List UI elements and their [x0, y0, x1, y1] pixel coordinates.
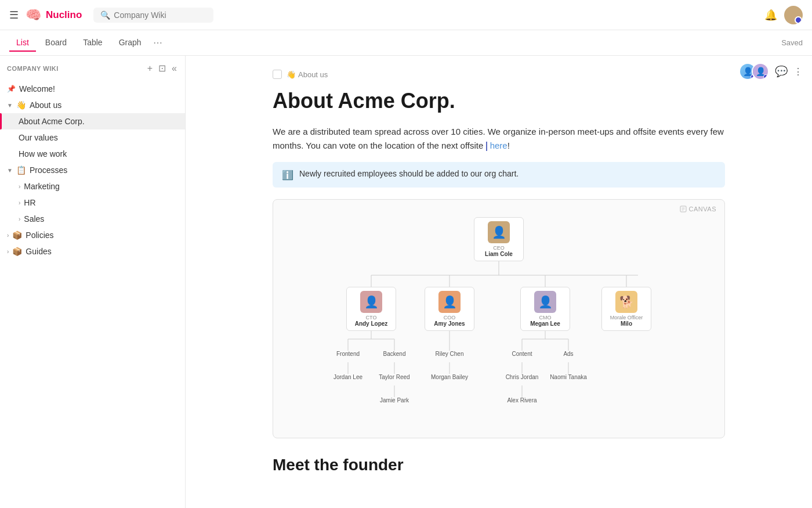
sidebar-item-guides[interactable]: › 📦 Guides — [0, 243, 185, 260]
sidebar-item-about-us[interactable]: ▼ 👋 About us — [0, 97, 185, 113]
sidebar-item-label: Our values — [19, 133, 58, 142]
content-leaf: Content — [502, 351, 542, 357]
jordan-lee-leaf: Jordan Lee — [328, 374, 368, 380]
cto-name: Andy Lopez — [355, 320, 388, 327]
chevron-right-icon: › — [7, 232, 9, 239]
text-cursor — [486, 142, 487, 151]
content-inner: 👋 About us About Acme Corp. We are a dis… — [249, 56, 748, 498]
tab-graph[interactable]: Graph — [112, 34, 148, 52]
cto-node: 👤 CTO Andy Lopez — [346, 287, 396, 331]
backend-leaf: Backend — [374, 351, 415, 357]
saved-label: Saved — [781, 38, 803, 47]
sidebar-item-processes[interactable]: ▼ 📋 Processes — [0, 162, 185, 178]
ceo-avatar: 👤 — [488, 221, 510, 243]
breadcrumb-link[interactable]: 👋 About us — [287, 70, 328, 79]
sidebar-item-label: Sales — [24, 214, 44, 224]
org-svg-container: 👤 CEO Liam Cole 👤 CTO Andy Lopez — [313, 211, 684, 420]
tab-table[interactable]: Table — [76, 34, 109, 52]
sidebar-item-how-we-work[interactable]: How we work — [0, 146, 185, 162]
ceo-name: Liam Cole — [485, 251, 513, 257]
chevron-right-icon: › — [19, 216, 20, 222]
comment-icon[interactable]: 💬 — [775, 65, 788, 78]
tab-more-icon[interactable]: ⋯ — [153, 37, 162, 48]
tab-board[interactable]: Board — [38, 34, 74, 52]
pin-icon: 📌 — [7, 85, 16, 93]
sidebar-item-label: Welcome! — [19, 84, 55, 93]
top-nav: ☰ 🧠 Nuclino 🔍 🔔 — [0, 0, 812, 30]
sidebar-header: COMPANY WIKI + ⊡ « — [0, 56, 185, 81]
morale-avatar: 🐕 — [615, 291, 637, 313]
body-text-end: ! — [507, 140, 510, 150]
sidebar-item-label: Processes — [30, 165, 67, 175]
sidebar-item-label: How we work — [19, 149, 67, 158]
guides-emoji: 📦 — [12, 247, 22, 256]
sidebar-item-hr[interactable]: › HR — [0, 194, 185, 211]
sidebar-item-label: HR — [24, 198, 35, 207]
chevron-down-icon: ▼ — [7, 167, 13, 174]
sidebar-item-our-values[interactable]: Our values — [0, 129, 185, 146]
info-box: ℹ️ Newly recruited employees should be a… — [273, 162, 725, 188]
tab-bar: List Board Table Graph ⋯ Saved — [0, 30, 812, 56]
sidebar-actions: + ⊡ « — [146, 62, 178, 75]
canvas-label: CANVAS — [680, 206, 716, 212]
cto-avatar: 👤 — [360, 291, 382, 313]
cmo-node: 👤 CMO Megan Lee — [520, 287, 570, 331]
cmo-role: CMO — [539, 315, 552, 320]
sidebar-item-label: About us — [30, 100, 61, 110]
tab-list[interactable]: List — [9, 34, 36, 52]
search-bar[interactable]: 🔍 — [93, 8, 213, 23]
more-options-icon[interactable]: ⋮ — [793, 66, 803, 77]
policies-emoji: 📦 — [12, 230, 22, 240]
sidebar-item-label: About Acme Corp. — [19, 117, 85, 126]
morale-node: 🐕 Morale Officer Milo — [601, 287, 651, 331]
morale-name: Milo — [621, 320, 632, 327]
search-icon: 🔍 — [100, 10, 110, 20]
sidebar-item-label: Guides — [26, 247, 51, 256]
breadcrumb-checkbox[interactable] — [273, 70, 282, 79]
cmo-avatar: 👤 — [534, 291, 556, 313]
alex-rivera-leaf: Alex Rivera — [502, 397, 542, 403]
riley-leaf: Riley Chen — [429, 351, 470, 357]
chevron-down-icon: ▼ — [7, 102, 13, 109]
morgan-bailey-leaf: Morgan Bailey — [429, 374, 470, 380]
logo-text: Nuclino — [46, 9, 82, 21]
user-avatar[interactable] — [784, 6, 803, 24]
taylor-reed-leaf: Taylor Reed — [374, 374, 415, 380]
processes-emoji: 📋 — [16, 165, 26, 175]
cto-role: CTO — [366, 315, 377, 320]
sidebar-collapse-button[interactable]: « — [171, 62, 178, 75]
body-text: We are a distributed team spread across … — [273, 125, 725, 153]
about-us-emoji: 👋 — [16, 100, 26, 110]
ads-leaf: Ads — [548, 351, 589, 357]
sidebar-add-button[interactable]: + — [146, 62, 154, 75]
sidebar-title: COMPANY WIKI — [7, 65, 142, 72]
info-icon: ℹ️ — [282, 170, 293, 181]
main-layout: COMPANY WIKI + ⊡ « 📌 Welcome! ▼ 👋 About … — [0, 56, 812, 508]
chevron-right-icon: › — [19, 200, 20, 206]
sidebar-item-sales[interactable]: › Sales — [0, 211, 185, 227]
ceo-role: CEO — [493, 245, 505, 251]
bell-icon[interactable]: 🔔 — [764, 9, 777, 21]
info-text: Newly recruited employees should be adde… — [299, 169, 519, 178]
sidebar-item-policies[interactable]: › 📦 Policies — [0, 227, 185, 243]
sidebar-item-about-acme[interactable]: About Acme Corp. — [0, 113, 185, 129]
chris-jordan-leaf: Chris Jordan — [502, 374, 542, 380]
sidebar: COMPANY WIKI + ⊡ « 📌 Welcome! ▼ 👋 About … — [0, 56, 186, 508]
sidebar-expand-button[interactable]: ⊡ — [157, 62, 167, 75]
jamie-park-leaf: Jamie Park — [374, 397, 415, 403]
sidebar-item-marketing[interactable]: › Marketing — [0, 178, 185, 194]
breadcrumb-row: 👋 About us — [273, 70, 725, 79]
hamburger-icon[interactable]: ☰ — [9, 9, 19, 21]
sidebar-item-label: Policies — [26, 230, 53, 240]
search-input[interactable] — [114, 10, 206, 20]
coo-avatar: 👤 — [438, 291, 461, 313]
logo[interactable]: 🧠 Nuclino — [26, 8, 82, 23]
sidebar-item-welcome[interactable]: 📌 Welcome! — [0, 81, 185, 97]
here-link[interactable]: here — [490, 140, 507, 150]
collaborator-avatar-2: 👤 — [752, 63, 769, 80]
page-title: About Acme Corp. — [273, 88, 725, 113]
right-toolbar: 👤 👤 💬 ⋮ — [739, 63, 803, 80]
chevron-right-icon: › — [19, 183, 20, 190]
frontend-leaf: Frontend — [328, 351, 368, 357]
naomi-tanaka-leaf: Naomi Tanaka — [548, 374, 589, 380]
